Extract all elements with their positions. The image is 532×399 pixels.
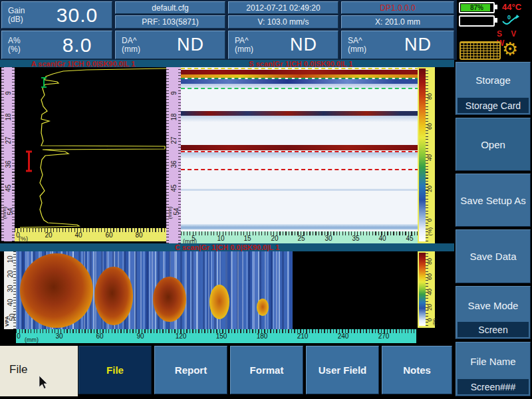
cscan-indication-3 [153,277,186,322]
save-mode-value: Screen [458,322,529,337]
sscan-ytick: 45 [169,181,178,196]
tab-notes-label: Notes [403,364,431,376]
tab-format[interactable]: Format [230,346,303,394]
ascan-plot[interactable] [15,67,166,228]
velocity-readout: V: 103.0 mm/s [228,15,338,29]
da-readout[interactable]: DA^(mm) ND [115,31,225,59]
sscan-band-27mm [181,145,419,150]
sscan-palette-tick: 60 [425,121,434,132]
cscan-palette-tick: 80 [425,256,434,267]
ascan-title: A scan|Gr 1|CH 0.0|SK90.0|L 1 [0,60,166,67]
cscan-xtick: 90 [133,332,148,340]
sidebar-button-save-setup-as[interactable]: Save Setup As [456,174,531,227]
cscan-plot[interactable] [16,251,416,329]
sscan-palette: 80 60 40 20 0 (%) [418,67,435,243]
cscan-palette-tick: 40 [425,287,434,297]
cscan-titlebar: C scan|Gr 1|CH 0.0|SK90.0|L 1 [0,243,454,251]
cscan-indication-4 [209,285,229,319]
storage-label: Storage [456,74,530,86]
gear-icon[interactable]: ⚙ [502,40,518,58]
gain-value: 30.0 [43,4,112,27]
sscan-wash-3 [181,152,419,158]
scan-titlebar: A scan|Gr 1|CH 0.0|SK90.0|L 1 S scan|Gr … [0,60,454,67]
gain-label: Gain(dB) [2,7,43,24]
sscan-palette-unit: (%) [425,226,434,237]
sidebar-button-save-mode[interactable]: Save Mode Screen [456,286,531,339]
mouse-cursor [39,375,49,390]
tab-report[interactable]: Report [154,346,227,394]
dp-version: DP1.0.0.0 [341,1,454,14]
sscan-xtick: 25 [295,235,308,242]
keyboard-icon[interactable] [460,41,501,60]
save-setup-as-label: Save Setup As [460,195,525,206]
file-menu-label: File [9,363,27,376]
ascan-xtick: 40 [72,231,85,239]
config-file[interactable]: default.cfg [115,1,225,14]
battery-nub [495,5,497,9]
amplitude-label: A%(%) [2,37,43,54]
ascan-x-ruler: 0 20 40 60 80 (%) [15,228,166,241]
file-name-label: File Name [456,356,530,367]
encoder-icon: 0 [501,14,521,27]
ascan-trace [20,68,166,227]
sscan-band-blue [181,79,419,84]
sscan-palette-tick: 20 [425,184,434,194]
sscan-plot[interactable] [181,67,419,231]
tab-user-field[interactable]: User Field [306,346,379,394]
cscan-ytick: 40 [5,297,15,309]
cscan-title: C scan|Gr 1|CH 0.0|SK90.0|L 1 [0,243,454,251]
tab-report-label: Report [175,364,207,376]
cscan-xtick: 270 [376,332,391,340]
battery1-icon: 87% [459,2,495,13]
cscan-x-unit: (mm) [25,336,39,343]
battery2-nub [495,18,497,23]
omniscan-screen: Gain(dB) 30.0 A%(%) 8.0 default.cfg PRF:… [0,0,532,399]
gate-cursor-green [41,78,47,87]
cscan-ytick: 20 [5,268,15,280]
top-readings-bar: Gain(dB) 30.0 A%(%) 8.0 default.cfg PRF:… [0,0,532,60]
battery2-icon [459,15,495,27]
gain-readout[interactable]: Gain(dB) 30.0 [1,1,112,29]
status-cluster: 87% 44°C 0 S V W ⚙ [457,0,532,60]
sscan-ytick: 9 [169,86,178,100]
ascan-ytick: 36 [3,158,13,171]
datetime-readout: 2012-07-21 02:49:20 [228,1,338,14]
sscan-band-bottom [181,224,419,229]
cscan-xtick: 30 [52,332,66,340]
sa-readout[interactable]: SA^(mm) ND [341,31,454,59]
ascan-x-unit: (%) [19,235,28,242]
sscan-y-ruler: 9 18 27 36 45 54 (mm) [166,67,181,243]
cscan-ytick: 30 [5,283,15,295]
ascan-xtick: 80 [132,231,146,239]
cscan-palette-unit: (%) [430,317,439,327]
sscan-xtick: 15 [241,235,254,242]
file-name-value: Screen### [458,379,529,394]
cscan-palette-tick: 20 [425,302,434,313]
ascan-trace-svg [15,67,166,228]
tab-file[interactable]: File [78,346,152,394]
cscan-xtick: 120 [174,332,188,340]
sidebar-button-save-data[interactable]: Save Data [456,229,531,283]
tab-user-field-label: User Field [319,364,367,376]
ascan-xtick: 20 [42,231,55,239]
sscan-title: S scan|Gr 1|CH 0.0|SK90.0|L 1 [166,60,436,67]
sscan-ytick: 18 [169,110,178,124]
cscan-xtick: 210 [295,332,310,340]
sscan-y-unit: (mm) [165,205,174,220]
cscan-xtick: 0 [11,332,26,340]
sidebar-button-storage[interactable]: Storage Storage Card [456,62,531,115]
gate-cursor-red [26,152,32,171]
sscan-gate-red-2 [181,169,419,170]
cscan-palette: 80 60 40 20 0 (%) [418,251,435,328]
ascan-xtick: 60 [102,231,116,239]
cscan-y-label: VPA [2,315,11,327]
ascan-ytick: 27 [3,134,13,147]
sscan-ytick: 27 [169,133,178,148]
sidebar-button-file-name[interactable]: File Name Screen### [456,342,531,396]
tab-notes[interactable]: Notes [382,346,452,394]
sscan-xtick: 35 [349,235,362,242]
sidebar-button-open[interactable]: Open [456,118,531,171]
amplitude-readout[interactable]: A%(%) 8.0 [1,31,112,59]
pa-readout[interactable]: PA^(mm) ND [228,31,338,59]
cscan-indication-5 [257,299,269,316]
